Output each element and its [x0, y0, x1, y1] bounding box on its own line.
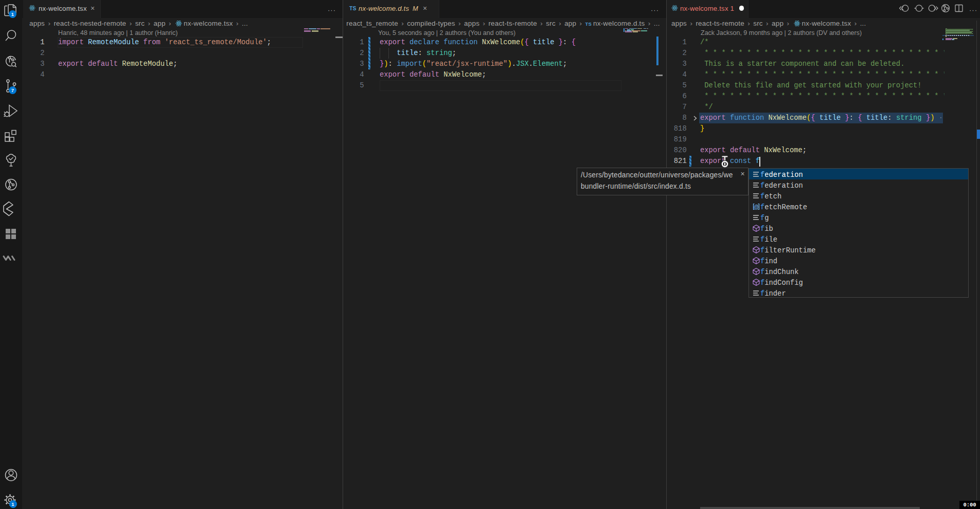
svg-text:@: @ [754, 204, 759, 210]
